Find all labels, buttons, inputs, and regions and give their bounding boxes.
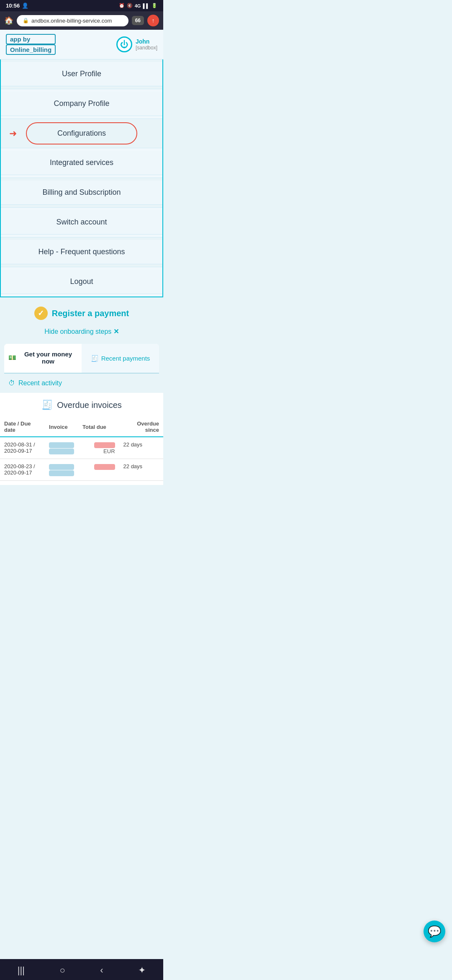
table-row: 2020-08-31 /2020-09-17 EUR 22 days: [0, 437, 163, 459]
lock-icon: 🔒: [23, 18, 29, 23]
blurred-invoice-1b: [49, 449, 74, 454]
blurred-amount-1: [94, 442, 115, 448]
currency-label-1: EUR: [103, 448, 115, 454]
home-icon[interactable]: 🏠: [4, 16, 13, 25]
col-date: Date / Due date: [0, 417, 45, 437]
app-brand: app by Online_billing: [6, 34, 56, 55]
menu-item-billing-subscription[interactable]: Billing and Subscription: [1, 181, 162, 205]
hide-onboarding-label: Hide onboarding steps: [44, 328, 111, 335]
power-icon: ⏻: [116, 36, 132, 52]
dropdown-menu: User Profile Company Profile ➜ Configura…: [0, 59, 163, 297]
signal-icon: ▌▌: [143, 3, 149, 8]
close-icon[interactable]: ✕: [113, 328, 119, 335]
menu-item-wrapper-help-faq: Help - Frequent questions: [1, 237, 162, 267]
col-total-due: Total due: [78, 417, 119, 437]
network-icon: 4G: [135, 3, 141, 8]
alarm-icon: ⏰: [119, 3, 125, 8]
register-payment-section[interactable]: ✓ Register a payment: [0, 297, 163, 324]
time-display: 10:56: [6, 3, 20, 9]
menu-item-wrapper-logout: Logout: [1, 267, 162, 297]
table-row: 2020-08-23 /2020-09-17 22 days: [0, 459, 163, 481]
tab-get-money-label: Get your money now: [19, 351, 77, 365]
status-bar: 10:56 👤 ⏰ 🔇 4G ▌▌ 🔋: [0, 0, 163, 11]
menu-item-wrapper-integrated-services: Integrated services: [1, 148, 162, 178]
tab-recent-payments-label: Recent payments: [101, 355, 150, 362]
user-info: John [sandbox]: [136, 38, 157, 51]
menu-item-configurations[interactable]: Configurations: [26, 122, 137, 144]
invoice-table: Date / Due date Invoice Total due Overdu…: [0, 417, 163, 481]
row1-overdue: 22 days: [119, 437, 163, 459]
mute-icon: 🔇: [127, 3, 133, 8]
brand-label: app by: [6, 34, 56, 44]
overdue-title: 🧾 Overdue invoices: [0, 393, 163, 417]
overdue-section: 🧾 Overdue invoices Date / Due date Invoi…: [0, 393, 163, 485]
row1-invoice: [45, 437, 78, 459]
col-invoice: Invoice: [45, 417, 78, 437]
register-payment-label: Register a payment: [52, 309, 129, 318]
row2-invoice: [45, 459, 78, 481]
menu-item-wrapper-switch-account: Switch account: [1, 208, 162, 237]
tabs-count[interactable]: 66: [132, 16, 144, 25]
app-name: Online_billing: [6, 44, 56, 55]
main-content: ✓ Register a payment Hide onboarding ste…: [0, 297, 163, 485]
menu-item-company-profile[interactable]: Company Profile: [1, 92, 162, 116]
tabs-row: 💵 Get your money now 🧾 Recent payments: [4, 344, 159, 374]
person-icon: 👤: [22, 3, 28, 9]
blurred-invoice-2a: [49, 464, 74, 470]
recent-activity-label: Recent activity: [18, 379, 62, 387]
row2-amount: [78, 459, 119, 481]
menu-item-wrapper-company-profile: Company Profile: [1, 89, 162, 119]
row2-date: 2020-08-23 /2020-09-17: [0, 459, 45, 481]
menu-item-wrapper-configurations: ➜ Configurations: [1, 119, 162, 148]
row1-date: 2020-08-31 /2020-09-17: [0, 437, 45, 459]
menu-item-integrated-services[interactable]: Integrated services: [1, 151, 162, 175]
menu-item-switch-account[interactable]: Switch account: [1, 210, 162, 235]
invoice-icon: 🧾: [41, 400, 53, 410]
menu-item-user-profile[interactable]: User Profile: [1, 62, 162, 86]
upload-icon[interactable]: ↑: [147, 15, 159, 26]
app-header: app by Online_billing ⏻ John [sandbox]: [0, 30, 163, 59]
row1-amount: EUR: [78, 437, 119, 459]
overdue-title-label: Overdue invoices: [57, 400, 122, 410]
table-header-row: Date / Due date Invoice Total due Overdu…: [0, 417, 163, 437]
user-badge[interactable]: ⏻ John [sandbox]: [116, 36, 157, 52]
receipt-icon: 🧾: [91, 355, 99, 362]
browser-bar: 🏠 🔒 andbox.online-billing-service.com 66…: [0, 11, 163, 30]
menu-item-wrapper-billing-subscription: Billing and Subscription: [1, 178, 162, 208]
user-sandbox: [sandbox]: [136, 45, 157, 51]
col-overdue-since: Overdue since: [119, 417, 163, 437]
url-text: andbox.online-billing-service.com: [31, 18, 112, 24]
row2-overdue: 22 days: [119, 459, 163, 481]
checkmark-icon: ✓: [34, 307, 48, 320]
arrow-icon: ➜: [9, 128, 17, 139]
blurred-amount-2: [94, 464, 115, 470]
tab-recent-payments[interactable]: 🧾 Recent payments: [82, 344, 159, 373]
url-bar[interactable]: 🔒 andbox.online-billing-service.com: [17, 15, 128, 26]
hide-onboarding[interactable]: Hide onboarding steps ✕: [0, 324, 163, 344]
status-bar-right: ⏰ 🔇 4G ▌▌ 🔋: [119, 3, 157, 8]
menu-item-help-faq[interactable]: Help - Frequent questions: [1, 240, 162, 264]
status-bar-left: 10:56 👤: [6, 3, 28, 9]
user-name: John: [136, 38, 157, 45]
blurred-invoice-2b: [49, 470, 74, 476]
money-icon: 💵: [8, 354, 16, 361]
clock-icon: ⏱: [8, 379, 15, 387]
menu-item-wrapper-user-profile: User Profile: [1, 59, 162, 89]
battery-icon: 🔋: [152, 3, 157, 8]
recent-activity[interactable]: ⏱ Recent activity: [0, 374, 163, 393]
tab-get-money[interactable]: 💵 Get your money now: [4, 344, 82, 373]
blurred-invoice-1a: [49, 442, 74, 448]
menu-item-logout[interactable]: Logout: [1, 270, 162, 294]
